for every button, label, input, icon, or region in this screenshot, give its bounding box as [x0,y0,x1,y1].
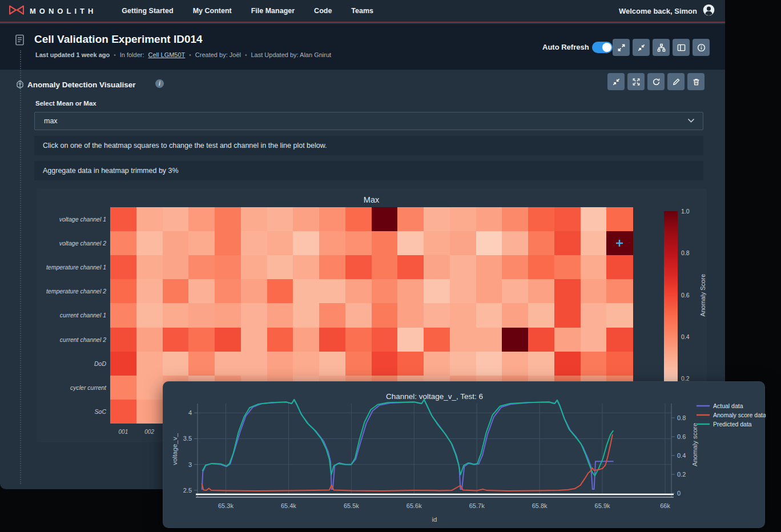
heatmap-cell[interactable] [215,352,241,376]
heatmap-cell[interactable] [241,207,267,232]
heatmap-cell[interactable] [450,303,476,328]
nav-item-my-content[interactable]: My Content [193,7,232,15]
heatmap-cell[interactable] [581,303,607,328]
heatmap-cell[interactable] [110,207,136,232]
heatmap-cell[interactable] [319,207,345,232]
heatmap-cell[interactable] [372,231,398,256]
heatmap-cell[interactable] [188,352,215,376]
heatmap-cell[interactable] [476,352,502,376]
heatmap-cell[interactable] [293,328,319,352]
heatmap-cell[interactable] [188,303,215,328]
widget-collapse-button[interactable] [607,73,625,90]
heatmap-cell[interactable] [319,279,345,304]
heatmap-cell[interactable] [163,231,189,256]
heatmap-cell[interactable] [188,207,215,232]
heatmap-cell[interactable] [528,328,554,352]
heatmap-cell[interactable] [267,279,293,304]
heatmap-cell[interactable] [136,279,163,304]
heatmap-cell[interactable] [476,279,502,304]
heatmap-cell[interactable] [267,255,293,280]
heatmap-cell[interactable] [163,328,189,352]
heatmap-cell[interactable] [450,231,476,256]
heatmap-cell[interactable] [136,255,163,280]
heatmap-cell[interactable] [345,231,372,256]
heatmap-cell[interactable] [424,231,450,256]
heatmap-cell[interactable] [581,328,607,352]
heatmap-cell[interactable] [554,303,581,328]
heatmap-cell[interactable] [502,207,528,232]
heatmap-cell[interactable] [528,231,554,256]
heatmap-cell[interactable] [424,255,450,280]
heatmap-cell[interactable] [528,352,554,376]
heatmap-cell[interactable] [476,255,502,280]
heatmap-cell[interactable] [163,207,189,232]
side-panel-button[interactable] [673,39,690,56]
heatmap-cell[interactable] [345,207,372,232]
heatmap-cell[interactable] [345,255,372,280]
heatmap-cell[interactable] [554,207,581,232]
heatmap-cell[interactable] [372,279,398,304]
heatmap-cell[interactable] [136,376,163,400]
heatmap-cell[interactable] [554,279,581,304]
heatmap-cell[interactable] [215,231,241,256]
heatmap-cell[interactable] [215,207,241,232]
heatmap-cell[interactable] [188,279,215,304]
heatmap-cell[interactable] [554,231,581,256]
heatmap-cell[interactable] [450,207,476,232]
heatmap-cell[interactable] [293,352,319,376]
heatmap-cell[interactable] [424,328,450,352]
heatmap-cell[interactable] [397,328,424,352]
heatmap-cell[interactable] [319,231,345,256]
heatmap-cell[interactable] [110,328,136,352]
heatmap-cell[interactable] [606,352,633,376]
heatmap-cell[interactable] [554,255,581,280]
heatmap-cell[interactable] [215,303,241,328]
heatmap-cell[interactable] [267,207,293,232]
heatmap-cell[interactable] [110,231,136,256]
heatmap-cell[interactable] [450,352,476,376]
heatmap-cell[interactable] [188,255,215,280]
heatmap-cell[interactable] [215,279,241,304]
nav-item-getting-started[interactable]: Getting Started [122,7,173,15]
expand-diagonal-button[interactable] [613,39,630,56]
heatmap-cell[interactable] [110,303,136,328]
user-avatar-icon[interactable] [703,4,715,18]
heatmap-cell[interactable] [502,255,528,280]
heatmap-cell[interactable] [528,279,554,304]
heatmap-cell[interactable] [110,400,136,424]
heatmap-cell[interactable] [581,207,607,232]
heatmap-cell[interactable] [606,303,633,328]
heatmap-cell[interactable] [424,207,450,232]
heatmap-cell[interactable] [528,255,554,280]
heatmap-cell[interactable] [581,279,607,304]
heatmap-cell[interactable] [424,279,450,304]
heatmap-cell[interactable] [450,279,476,304]
heatmap-cell[interactable] [372,303,398,328]
heatmap-cell[interactable] [293,279,319,304]
heatmap-cell[interactable] [345,328,372,352]
heatmap-cell[interactable] [502,279,528,304]
mean-max-dropdown[interactable]: max [34,112,703,130]
heatmap-cell[interactable] [502,231,528,256]
heatmap-cell[interactable] [450,328,476,352]
heatmap-cell[interactable] [188,231,215,256]
widget-edit-button[interactable] [667,73,685,90]
heatmap-cell[interactable] [606,255,633,280]
heatmap-cell[interactable] [397,207,424,232]
heatmap-cell[interactable] [581,352,607,376]
heatmap-cell[interactable] [267,303,293,328]
heatmap-cell[interactable] [528,303,554,328]
heatmap-cell[interactable] [136,352,163,376]
heatmap-cell[interactable] [241,255,267,280]
heatmap-cell[interactable] [163,303,189,328]
heatmap-cell[interactable] [397,303,424,328]
heatmap-cell[interactable] [502,303,528,328]
heatmap-cell[interactable] [293,255,319,280]
collapse-diagonal-button[interactable] [633,39,650,56]
heatmap-cell[interactable] [476,328,502,352]
info-button[interactable] [693,39,710,56]
heatmap-cell[interactable] [528,207,554,232]
heatmap-cell[interactable] [136,231,163,256]
heatmap-cell[interactable] [163,255,189,280]
heatmap-cell[interactable] [554,328,581,352]
